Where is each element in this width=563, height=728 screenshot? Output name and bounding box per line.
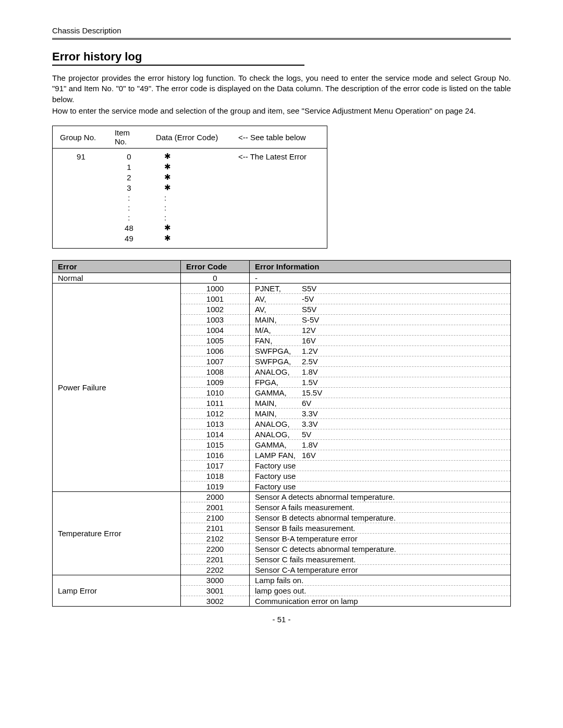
error-cell-info: AV,-5V xyxy=(249,294,510,304)
error-cell-code: 2102 xyxy=(181,534,250,544)
history-cell-note xyxy=(231,182,327,193)
error-cell-info: - xyxy=(249,273,510,283)
error-cell-code: 1004 xyxy=(181,325,250,336)
error-cell-info: Sensor B detects abnormal temperature. xyxy=(249,513,510,523)
error-cell-code: 1013 xyxy=(181,419,250,429)
table-row: Normal0- xyxy=(53,273,511,283)
history-cell-item: 48 xyxy=(107,223,149,233)
error-cell-info: Sensor C-A temperature error xyxy=(249,565,510,575)
history-header-data: Data (Error Code) xyxy=(149,126,231,149)
error-cell-code: 1019 xyxy=(181,482,250,492)
history-cell-item: : xyxy=(107,193,149,203)
error-cell-info: ANALOG,5V xyxy=(249,429,510,440)
error-info-value: S-5V xyxy=(302,315,319,324)
error-info-value: S5V xyxy=(302,284,316,293)
error-cell-code: 1014 xyxy=(181,429,250,440)
error-cell-code: 3000 xyxy=(181,575,250,586)
error-cell-code: 1008 xyxy=(181,367,250,377)
error-info-label: M/A, xyxy=(255,326,302,335)
error-cell-code: 1015 xyxy=(181,440,250,450)
error-cell-info: Communication error on lamp xyxy=(249,596,510,607)
error-cell-code: 1002 xyxy=(181,304,250,315)
error-cell-name: Temperature Error xyxy=(53,492,181,575)
error-info-label: MAIN, xyxy=(255,409,302,418)
error-info-label: ANALOG, xyxy=(255,419,302,428)
error-cell-info: ANALOG,1.8V xyxy=(249,367,510,377)
history-cell-data: ✱ xyxy=(149,149,231,162)
error-info-label: MAIN, xyxy=(255,315,302,324)
error-cell-info: M/A,12V xyxy=(249,325,510,336)
history-cell-group xyxy=(53,162,107,172)
history-cell-group xyxy=(53,182,107,193)
intro-paragraph-1: The projector provides the error history… xyxy=(52,73,511,105)
error-cell-code: 1000 xyxy=(181,283,250,294)
error-info-value: 1.5V xyxy=(302,378,318,387)
error-cell-code: 1003 xyxy=(181,315,250,325)
error-info-value: 1.2V xyxy=(302,347,318,355)
error-cell-code: 1010 xyxy=(181,388,250,398)
error-cell-info: GAMMA,15.5V xyxy=(249,388,510,398)
error-cell-info: SWFPGA,1.2V xyxy=(249,346,510,356)
error-info-label: SWFPGA, xyxy=(255,347,302,355)
history-cell-note xyxy=(231,203,327,213)
history-cell-group xyxy=(53,193,107,203)
history-cell-note xyxy=(231,233,327,249)
error-cell-info: FAN,16V xyxy=(249,336,510,346)
header-rule xyxy=(52,38,511,40)
error-info-label: FAN, xyxy=(255,336,302,345)
history-cell-note xyxy=(231,162,327,172)
history-cell-data: : xyxy=(149,193,231,203)
error-cell-info: Sensor C detects abnormal temperature. xyxy=(249,544,510,554)
error-cell-code: 0 xyxy=(181,273,250,283)
error-cell-code: 2201 xyxy=(181,554,250,565)
error-cell-info: Sensor B fails measurement. xyxy=(249,523,510,534)
error-cell-code: 2200 xyxy=(181,544,250,554)
error-info-label: AV, xyxy=(255,305,302,314)
error-info-value: 15.5V xyxy=(302,388,322,397)
error-cell-info: ANALOG,3.3V xyxy=(249,419,510,429)
error-cell-code: 1018 xyxy=(181,471,250,482)
error-info-value: 1.8V xyxy=(302,367,318,376)
error-cell-name: Lamp Error xyxy=(53,575,181,607)
error-cell-info: MAIN,S-5V xyxy=(249,315,510,325)
error-cell-name: Power Failure xyxy=(53,283,181,492)
history-cell-data: ✱ xyxy=(149,172,231,182)
error-info-label: AV, xyxy=(255,294,302,303)
error-header-info: Error Information xyxy=(249,261,510,273)
history-cell-data: ✱ xyxy=(149,182,231,193)
history-header-group: Group No. xyxy=(53,126,107,149)
history-cell-note: <-- The Latest Error xyxy=(231,149,327,162)
history-cell-note xyxy=(231,172,327,182)
history-header-item: Item No. xyxy=(107,126,149,149)
error-info-value: -5V xyxy=(302,294,314,303)
history-cell-group xyxy=(53,233,107,249)
error-info-value: S5V xyxy=(302,305,316,314)
table-row: Temperature Error2000Sensor A detects ab… xyxy=(53,492,511,502)
error-cell-code: 1006 xyxy=(181,346,250,356)
error-info-value: 3.3V xyxy=(302,419,318,428)
error-code-table: Error Error Code Error Information Norma… xyxy=(52,260,511,607)
history-cell-data: : xyxy=(149,203,231,213)
error-cell-code: 2001 xyxy=(181,502,250,513)
error-info-label: PJNET, xyxy=(255,284,302,293)
error-cell-info: LAMP FAN,16V xyxy=(249,450,510,461)
error-info-value: 1.8V xyxy=(302,440,318,449)
history-cell-item: 49 xyxy=(107,233,149,249)
error-cell-info: Sensor B-A temperature error xyxy=(249,534,510,544)
history-cell-item: 3 xyxy=(107,182,149,193)
error-info-label: ANALOG, xyxy=(255,367,302,376)
history-cell-note xyxy=(231,213,327,223)
error-info-value: 2.5V xyxy=(302,357,318,366)
table-row: Power Failure1000PJNET,S5V xyxy=(53,283,511,294)
history-cell-data: ✱ xyxy=(149,233,231,249)
error-cell-info: FPGA,1.5V xyxy=(249,377,510,388)
history-cell-note xyxy=(231,193,327,203)
error-cell-code: 2100 xyxy=(181,513,250,523)
error-info-label: GAMMA, xyxy=(255,440,302,449)
history-cell-item: 1 xyxy=(107,162,149,172)
error-info-value: 16V xyxy=(302,451,316,460)
history-header-note: <-- See table below xyxy=(231,126,327,149)
error-info-label: GAMMA, xyxy=(255,388,302,397)
error-cell-code: 1016 xyxy=(181,450,250,461)
error-cell-info: lamp goes out. xyxy=(249,586,510,596)
